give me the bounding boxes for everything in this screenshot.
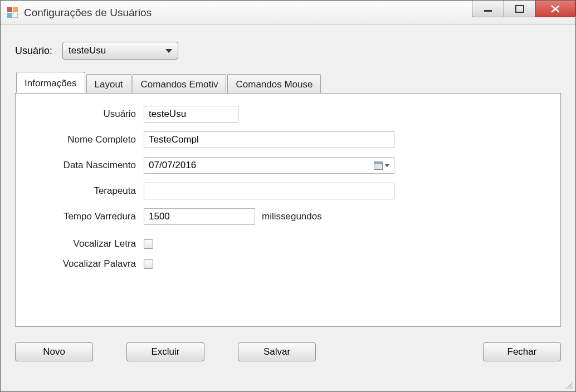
titlebar: Configurações de Usuários [1,1,575,25]
client-area: Usuário: testeUsu Informações Layout Com… [1,25,575,391]
button-label: Fechar [507,346,537,357]
vocalizar-letra-checkbox[interactable] [144,239,153,249]
maximize-button[interactable] [504,1,536,17]
minimize-icon [483,5,493,13]
vocalizar-palavra-checkbox[interactable] [144,259,153,269]
close-button[interactable] [535,1,575,17]
terapeuta-field[interactable] [144,183,394,199]
button-label: Salvar [263,346,290,357]
chevron-down-icon [385,164,389,167]
tab-panel-informacoes: Usuário Nome Completo Data Nascimento 07… [15,93,561,327]
data-nascimento-picker[interactable]: 07/07/2016 [144,157,394,174]
vocalizar-palavra-label: Vocalizar Palavra [30,258,136,270]
row-tempo-varredura: Tempo Varredura milissegundos [30,208,546,225]
tempo-varredura-label: Tempo Varredura [30,211,136,222]
nome-completo-label: Nome Completo [30,134,136,145]
minimize-button[interactable] [472,1,504,17]
tab-informacoes[interactable]: Informações [16,72,85,93]
chevron-down-icon [165,49,172,53]
window-controls [472,1,575,17]
novo-button[interactable]: Novo [15,342,93,361]
user-selector-row: Usuário: testeUsu [15,42,561,60]
button-row: Novo Excluir Salvar Fechar [15,342,561,361]
usuario-field[interactable] [144,106,238,122]
tab-label: Layout [95,79,123,90]
nome-completo-field[interactable] [144,131,394,148]
tab-layout[interactable]: Layout [86,74,131,94]
row-vocalizar-palavra: Vocalizar Palavra [30,258,546,270]
tempo-varredura-field[interactable] [144,208,255,225]
button-label: Novo [43,346,65,357]
tab-label: Informações [25,78,77,89]
excluir-button[interactable]: Excluir [126,342,204,361]
window-frame: Configurações de Usuários Usuário: teste… [0,0,576,392]
fechar-button[interactable]: Fechar [483,342,561,361]
data-nascimento-value: 07/07/2016 [149,160,196,171]
row-data-nascimento: Data Nascimento 07/07/2016 [30,157,546,174]
tab-label: Comandos Mouse [236,79,313,90]
row-nome-completo: Nome Completo [30,131,546,148]
button-label: Excluir [151,346,179,357]
row-usuario: Usuário [30,106,546,122]
salvar-button[interactable]: Salvar [238,342,316,361]
svg-rect-1 [516,6,524,12]
tempo-varredura-unit: milissegundos [262,211,322,222]
svg-rect-0 [484,10,492,12]
close-icon [550,5,561,13]
tab-label: Comandos Emotiv [141,79,218,90]
row-vocalizar-letra: Vocalizar Letra [30,238,546,249]
usuario-label: Usuário [30,109,136,120]
vocalizar-letra-label: Vocalizar Letra [30,238,136,249]
calendar-icon [374,161,383,170]
tabstrip: Informações Layout Comandos Emotiv Coman… [16,72,561,93]
resize-grip[interactable] [564,380,573,389]
data-nascimento-label: Data Nascimento [30,160,136,171]
window-title: Configurações de Usuários [24,7,152,19]
user-combobox[interactable]: testeUsu [62,42,178,60]
row-terapeuta: Terapeuta [30,183,546,199]
user-combobox-value: testeUsu [69,45,106,56]
terapeuta-label: Terapeuta [30,185,136,197]
maximize-icon [515,5,525,13]
tab-comandos-mouse[interactable]: Comandos Mouse [227,74,321,94]
app-icon [7,7,18,18]
user-selector-label: Usuário: [15,45,52,57]
tab-comandos-emotiv[interactable]: Comandos Emotiv [133,74,227,94]
